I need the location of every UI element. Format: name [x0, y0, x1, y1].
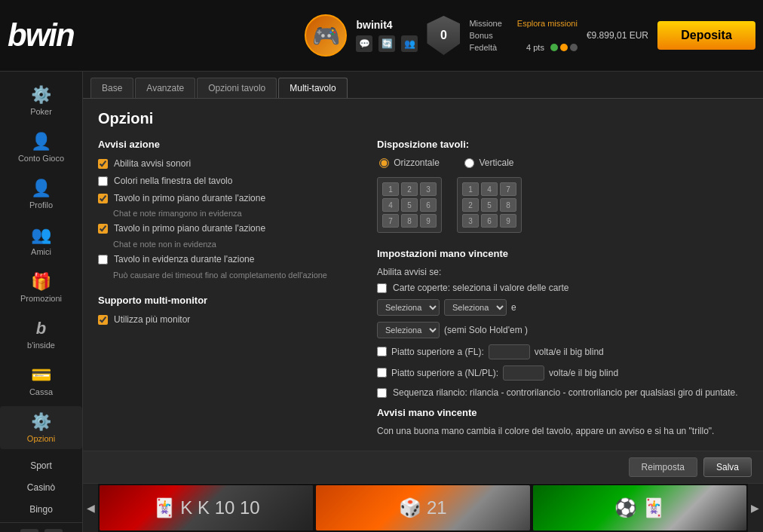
cb-carte-coperte[interactable]: [377, 283, 387, 293]
avvisi-header: Avvisi azione: [98, 139, 354, 150]
banner-prev-arrow[interactable]: ◀: [83, 484, 98, 532]
sidebar-item-casino[interactable]: Casinò: [0, 478, 82, 497]
select-row-1: Seleziona Seleziona e: [377, 299, 748, 316]
grid-cell: 7: [382, 214, 399, 228]
poker-icon: ⚙️: [31, 85, 51, 105]
cassa-icon: 💳: [31, 365, 51, 385]
sidebar-item-cassa[interactable]: 💳 Cassa: [0, 359, 82, 402]
reset-button[interactable]: Reimposta: [629, 457, 697, 477]
sidebar-item-poker[interactable]: ⚙️ Poker: [0, 79, 82, 122]
radio-orizzontale[interactable]: [379, 158, 389, 168]
sidebar-item-binside[interactable]: b b'inside: [0, 313, 82, 356]
save-button[interactable]: Salva: [703, 457, 752, 477]
radio-orizzontale-label: Orizzontale: [394, 157, 440, 168]
sidebar-item-profilo[interactable]: 👤 Profilo: [0, 173, 82, 216]
avatar-icon: 🎮: [312, 23, 340, 49]
radio-verticale[interactable]: [464, 158, 474, 168]
tab-opzioni-tavolo[interactable]: Opzioni tavolo: [197, 78, 277, 98]
refresh-icon-btn[interactable]: 🔄: [378, 35, 395, 52]
cb3-sublabel: Chat e note rimangono in evidenza: [113, 209, 354, 218]
piatto-fl-input[interactable]: [489, 344, 530, 359]
cb-piatto-fl[interactable]: [377, 347, 387, 356]
sidebar: ⚙️ Poker 👤 Conto Gioco 👤 Profilo 👥 Amici…: [0, 72, 83, 532]
friends-icon-btn[interactable]: 👥: [401, 35, 418, 52]
cb5-sublabel: Può causare dei timeout fino al completa…: [113, 271, 354, 280]
multi-monitor-section: Supporto multi-monitor Utilizza più moni…: [98, 295, 354, 326]
sidebar-profilo-label: Profilo: [29, 200, 53, 209]
sidebar-binside-label: b'inside: [27, 341, 55, 350]
cb-sequenza[interactable]: [377, 388, 387, 398]
cb-avvisi-sonori-label: Abilita avvisi sonori: [114, 157, 191, 170]
grid-vertical: 1 4 7 2 5 8 3 6 9: [457, 177, 522, 233]
shield-number: 0: [440, 29, 447, 42]
sidebar-item-amici[interactable]: 👥 Amici: [0, 219, 82, 262]
grid-cell: 2: [401, 182, 418, 196]
tab-multi-tavolo[interactable]: Multi-tavolo: [278, 78, 347, 98]
logo: bwin: [8, 17, 90, 54]
dot-gray: [570, 44, 578, 51]
bottom-banners: ◀ 🃏 K K 10 10 🎲 21 ⚽ 🃏 ▶: [83, 483, 763, 532]
cb-tavolo-evidenza-label: Tavolo in evidenza durante l'azione: [114, 253, 254, 266]
tab-avanzate[interactable]: Avanzate: [135, 78, 195, 98]
banner-2-overlay: 🎲 21: [316, 485, 529, 530]
layout-orizzontale: Orizzontale 1 2 3 4 5 6 7 8: [377, 157, 442, 233]
sidebar-item-conto-gioco[interactable]: 👤 Conto Gioco: [0, 126, 82, 169]
info-icon-btn[interactable]: ℹ️: [20, 529, 38, 532]
semi-label: (semi Solo Hold'em ): [444, 325, 528, 335]
select-semi[interactable]: Seleziona: [377, 322, 440, 338]
grid-cell: 1: [382, 182, 399, 196]
cb-avvisi-sonori[interactable]: [98, 159, 108, 169]
radio-verticale-label: Verticale: [479, 157, 513, 168]
grid-cell: 2: [462, 198, 479, 212]
avvisi-azione-section: Avvisi azione Abilita avvisi sonori Colo…: [98, 139, 354, 280]
missions-label: Missione: [469, 19, 501, 28]
select-valore-2[interactable]: Seleziona: [444, 299, 507, 316]
banner-2[interactable]: 🎲 21: [316, 485, 529, 530]
dot-orange: [560, 44, 568, 51]
cb-piatto-nlpl[interactable]: [377, 368, 387, 378]
amici-icon: 👥: [31, 225, 51, 245]
banner-1[interactable]: 🃏 K K 10 10: [100, 485, 313, 530]
main-layout: ⚙️ Poker 👤 Conto Gioco 👤 Profilo 👥 Amici…: [0, 72, 763, 532]
avvisi-mano-desc: Con una buona mano cambia il colore del …: [377, 426, 748, 436]
cb-tavolo-evidenza[interactable]: [98, 255, 108, 264]
tab-base[interactable]: Base: [90, 78, 133, 98]
piatto-fl-row: Piatto superiore a (FL): volta/e il big …: [377, 344, 748, 359]
grid-cell: 3: [420, 182, 437, 196]
piatto-nlpl-input[interactable]: [503, 365, 544, 381]
tabs-bar: Base Avanzate Opzioni tavolo Multi-tavol…: [83, 72, 763, 99]
sidebar-item-sport[interactable]: Sport: [0, 457, 82, 475]
grid-cell: 5: [481, 198, 498, 212]
binside-icon: b: [36, 319, 46, 338]
piatto-nlpl-suffix: volta/e il big blind: [549, 368, 618, 378]
chat-icon-btn[interactable]: 💬: [356, 35, 372, 52]
options-content: Opzioni Avvisi azione Abilita avvisi son…: [83, 99, 763, 451]
deposit-button[interactable]: Deposita: [657, 21, 755, 50]
banner-3-overlay: ⚽ 🃏: [533, 485, 746, 530]
cb-utilizza-piu-monitor[interactable]: [98, 315, 108, 325]
explore-missions-link[interactable]: Esplora missioni: [517, 19, 578, 28]
grid-cell: 9: [500, 214, 516, 228]
disposizione-header: Disposizione tavoli:: [377, 139, 748, 150]
banner-3[interactable]: ⚽ 🃏: [533, 485, 746, 530]
cb-colori[interactable]: [98, 176, 108, 186]
b-icon-btn[interactable]: B: [44, 529, 63, 532]
cb-tavolo-primo-piano-2[interactable]: [98, 224, 108, 234]
piatto-fl-suffix: volta/e il big blind: [535, 347, 604, 357]
sidebar-item-bingo[interactable]: Bingo: [0, 500, 82, 518]
grid-horizontal: 1 2 3 4 5 6 7 8 9: [377, 177, 442, 233]
two-col-layout: Avvisi azione Abilita avvisi sonori Colo…: [98, 139, 748, 441]
sidebar-item-opzioni[interactable]: ⚙️ Opzioni: [0, 406, 82, 449]
select-valore-1[interactable]: Seleziona: [377, 299, 440, 316]
banner-2-content: 🎲 21: [399, 497, 446, 518]
banner-next-arrow[interactable]: ▶: [748, 484, 763, 532]
sidebar-item-promozioni[interactable]: 🎁 Promozioni: [0, 266, 82, 309]
cb-avvisi-sonori-row: Abilita avvisi sonori: [98, 157, 354, 170]
profilo-icon: 👤: [31, 179, 51, 198]
e-label: e: [511, 302, 516, 313]
cb-tavolo-primo-piano-2-row: Tavolo in primo piano durante l'azione: [98, 222, 354, 235]
avvisi-mano-section: Avvisi mano vincente Con una buona mano …: [377, 407, 748, 436]
cb-multi-label: Utilizza più monitor: [114, 313, 190, 326]
cb-tavolo-primo-piano-1[interactable]: [98, 194, 108, 203]
missions-section: Missione Esplora missioni Bonus Fedeltà …: [469, 19, 578, 52]
